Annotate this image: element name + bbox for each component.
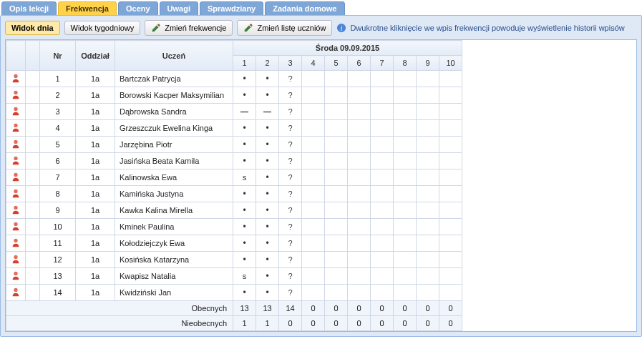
attendance-cell[interactable] — [233, 202, 256, 219]
student-name-cell[interactable]: Bartczak Patrycja — [115, 71, 233, 87]
attendance-cell[interactable] — [394, 285, 417, 301]
attendance-cell[interactable] — [371, 235, 394, 252]
attendance-cell[interactable] — [417, 252, 439, 268]
attendance-cell[interactable] — [325, 268, 348, 285]
attendance-cell[interactable] — [439, 285, 462, 301]
attendance-cell[interactable] — [325, 235, 348, 252]
col-class[interactable]: Oddział — [76, 41, 115, 71]
attendance-cell[interactable] — [302, 169, 325, 186]
attendance-cell[interactable]: ? — [279, 202, 302, 219]
attendance-cell[interactable]: ? — [279, 169, 302, 186]
attendance-cell[interactable] — [417, 202, 439, 219]
col-period-3[interactable]: 3 — [279, 56, 302, 71]
attendance-cell[interactable] — [302, 219, 325, 235]
attendance-cell[interactable] — [394, 87, 417, 104]
attendance-cell[interactable] — [302, 252, 325, 268]
attendance-cell[interactable] — [394, 202, 417, 219]
attendance-cell[interactable] — [325, 252, 348, 268]
col-period-8[interactable]: 8 — [394, 56, 417, 71]
attendance-cell[interactable] — [348, 169, 371, 186]
attendance-cell[interactable] — [348, 120, 371, 137]
attendance-cell[interactable] — [371, 186, 394, 202]
attendance-cell[interactable] — [325, 285, 348, 301]
attendance-cell[interactable] — [302, 285, 325, 301]
attendance-cell[interactable] — [302, 235, 325, 252]
attendance-cell[interactable] — [233, 252, 256, 268]
attendance-cell[interactable] — [417, 235, 439, 252]
attendance-cell[interactable] — [371, 268, 394, 285]
attendance-cell[interactable] — [394, 120, 417, 137]
attendance-cell[interactable] — [233, 219, 256, 235]
attendance-cell[interactable] — [439, 252, 462, 268]
week-view-button[interactable]: Widok tygodniowy — [64, 21, 141, 35]
attendance-cell[interactable] — [394, 268, 417, 285]
attendance-cell[interactable] — [417, 285, 439, 301]
attendance-cell[interactable] — [256, 235, 279, 252]
attendance-cell[interactable] — [417, 268, 439, 285]
attendance-cell[interactable]: ? — [279, 120, 302, 137]
attendance-cell[interactable] — [371, 120, 394, 137]
attendance-cell[interactable] — [325, 169, 348, 186]
attendance-cell[interactable] — [302, 137, 325, 153]
attendance-cell[interactable] — [348, 104, 371, 120]
attendance-cell[interactable] — [394, 153, 417, 169]
attendance-cell[interactable] — [394, 186, 417, 202]
attendance-cell[interactable] — [233, 137, 256, 153]
col-period-7[interactable]: 7 — [371, 56, 394, 71]
attendance-cell[interactable] — [439, 137, 462, 153]
attendance-cell[interactable]: ? — [279, 153, 302, 169]
attendance-cell[interactable] — [256, 252, 279, 268]
attendance-cell[interactable] — [348, 186, 371, 202]
attendance-cell[interactable] — [256, 137, 279, 153]
attendance-cell[interactable]: ? — [279, 235, 302, 252]
attendance-cell[interactable] — [256, 153, 279, 169]
attendance-cell[interactable] — [439, 186, 462, 202]
col-period-1[interactable]: 1 — [233, 56, 256, 71]
attendance-cell[interactable] — [371, 153, 394, 169]
attendance-cell[interactable] — [439, 104, 462, 120]
student-name-cell[interactable]: Kalinowska Ewa — [115, 169, 233, 186]
student-name-cell[interactable]: Kamińska Justyna — [115, 186, 233, 202]
attendance-cell[interactable] — [325, 137, 348, 153]
attendance-cell[interactable] — [394, 137, 417, 153]
attendance-cell[interactable] — [371, 137, 394, 153]
attendance-cell[interactable] — [439, 268, 462, 285]
attendance-cell[interactable] — [302, 87, 325, 104]
day-view-button[interactable]: Widok dnia — [5, 21, 60, 35]
attendance-cell[interactable] — [439, 169, 462, 186]
attendance-cell[interactable] — [348, 202, 371, 219]
attendance-cell[interactable] — [417, 120, 439, 137]
attendance-cell[interactable] — [256, 219, 279, 235]
attendance-cell[interactable] — [325, 153, 348, 169]
attendance-cell[interactable] — [256, 104, 279, 120]
attendance-cell[interactable] — [302, 71, 325, 87]
attendance-cell[interactable] — [302, 153, 325, 169]
attendance-cell[interactable] — [256, 71, 279, 87]
attendance-cell[interactable] — [256, 169, 279, 186]
attendance-cell[interactable] — [439, 235, 462, 252]
attendance-cell[interactable] — [325, 71, 348, 87]
attendance-cell[interactable] — [417, 87, 439, 104]
attendance-cell[interactable] — [233, 285, 256, 301]
attendance-cell[interactable] — [256, 285, 279, 301]
attendance-cell[interactable] — [302, 104, 325, 120]
attendance-cell[interactable] — [256, 202, 279, 219]
student-name-cell[interactable]: Kminek Paulina — [115, 219, 233, 235]
student-name-cell[interactable]: Kawka Kalina Mirella — [115, 202, 233, 219]
attendance-cell[interactable] — [371, 87, 394, 104]
tab-frekwencja[interactable]: Frekwencja — [58, 1, 117, 15]
attendance-cell[interactable] — [394, 252, 417, 268]
attendance-cell[interactable] — [348, 137, 371, 153]
attendance-cell[interactable] — [371, 71, 394, 87]
attendance-cell[interactable] — [417, 169, 439, 186]
col-period-6[interactable]: 6 — [348, 56, 371, 71]
col-period-4[interactable]: 4 — [302, 56, 325, 71]
attendance-cell[interactable] — [256, 186, 279, 202]
attendance-cell[interactable] — [256, 268, 279, 285]
attendance-cell[interactable] — [394, 169, 417, 186]
attendance-cell[interactable]: ? — [279, 252, 302, 268]
col-period-5[interactable]: 5 — [325, 56, 348, 71]
attendance-cell[interactable]: ? — [279, 268, 302, 285]
attendance-cell[interactable] — [439, 202, 462, 219]
attendance-cell[interactable] — [439, 87, 462, 104]
